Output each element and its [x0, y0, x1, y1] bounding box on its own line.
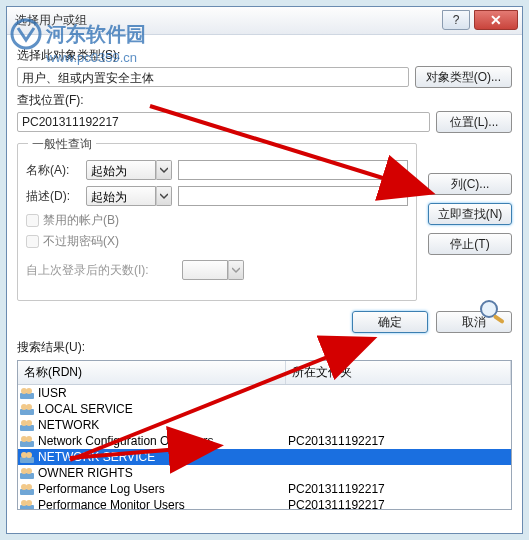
titlebar-buttons: ? ✕	[438, 10, 518, 32]
row-folder: PC201311192217	[286, 498, 511, 510]
svg-rect-1	[493, 314, 505, 324]
col-folder[interactable]: 所在文件夹	[286, 361, 511, 384]
common-query-fieldset: 一般性查询 名称(A): 起始为 描述(D): 起始为 禁用的帐户	[17, 143, 417, 301]
svg-rect-11	[20, 441, 34, 447]
svg-point-19	[26, 468, 32, 474]
fieldset-legend: 一般性查询	[28, 136, 96, 153]
desc-match-combo[interactable]: 起始为	[86, 186, 172, 206]
days-value	[182, 260, 228, 280]
row-name: NETWORK	[18, 418, 286, 432]
close-button[interactable]: ✕	[474, 10, 518, 30]
nonexp-pwd-box[interactable]	[26, 235, 39, 248]
svg-point-0	[481, 301, 497, 317]
svg-point-4	[26, 388, 32, 394]
row-folder: PC201311192217	[286, 482, 511, 496]
stop-button[interactable]: 停止(T)	[428, 233, 512, 255]
table-row[interactable]: OWNER RIGHTS	[18, 465, 511, 481]
row-name: OWNER RIGHTS	[18, 466, 286, 480]
name-match-combo[interactable]: 起始为	[86, 160, 172, 180]
svg-point-7	[26, 404, 32, 410]
listview-header: 名称(RDN) 所在文件夹	[18, 361, 511, 385]
find-now-button[interactable]: 立即查找(N)	[428, 203, 512, 225]
help-icon: ?	[453, 13, 460, 27]
row-folder: PC201311192217	[286, 434, 511, 448]
days-since-logon-label: 自上次登录后的天数(I):	[26, 262, 176, 279]
listview-body[interactable]: IUSRLOCAL SERVICENETWORKNetwork Configur…	[18, 385, 511, 510]
svg-point-22	[26, 484, 32, 490]
dialog-content: 选择此对象类型(S): 用户、组或内置安全主体 对象类型(O)... 查找位置(…	[7, 35, 522, 533]
svg-rect-14	[20, 457, 34, 463]
svg-rect-20	[20, 489, 34, 495]
desc-match-value: 起始为	[86, 186, 156, 206]
chevron-down-icon	[156, 186, 172, 206]
row-name: LOCAL SERVICE	[18, 402, 286, 416]
location-button[interactable]: 位置(L)...	[436, 111, 512, 133]
table-row[interactable]: IUSR	[18, 385, 511, 401]
svg-rect-17	[20, 473, 34, 479]
table-row[interactable]: LOCAL SERVICE	[18, 401, 511, 417]
svg-point-16	[26, 452, 32, 458]
name-match-value: 起始为	[86, 160, 156, 180]
svg-rect-8	[20, 425, 34, 431]
object-type-button[interactable]: 对象类型(O)...	[415, 66, 512, 88]
table-row[interactable]: Performance Log UsersPC201311192217	[18, 481, 511, 497]
row-name: IUSR	[18, 386, 286, 400]
object-type-label: 选择此对象类型(S):	[17, 47, 512, 64]
right-button-column: 列(C)... 立即查找(N) 停止(T)	[428, 173, 512, 325]
days-combo[interactable]	[182, 260, 244, 280]
name-label: 名称(A):	[26, 162, 80, 179]
desc-label: 描述(D):	[26, 188, 80, 205]
table-row[interactable]: NETWORK	[18, 417, 511, 433]
svg-rect-23	[20, 505, 34, 510]
location-value[interactable]: PC201311192217	[17, 112, 430, 132]
row-name: Network Configuration Operators	[18, 434, 286, 448]
row-name: NETWORK SERVICE	[18, 450, 286, 464]
ok-button[interactable]: 确定	[352, 311, 428, 333]
table-row[interactable]: Network Configuration OperatorsPC2013111…	[18, 433, 511, 449]
close-icon: ✕	[490, 12, 502, 28]
table-row[interactable]: NETWORK SERVICE	[18, 449, 511, 465]
columns-button[interactable]: 列(C)...	[428, 173, 512, 195]
nonexp-pwd-label: 不过期密码(X)	[43, 233, 119, 250]
desc-input[interactable]	[178, 186, 408, 206]
object-type-value: 用户、组或内置安全主体	[17, 67, 409, 87]
table-row[interactable]: Performance Monitor UsersPC201311192217	[18, 497, 511, 510]
help-button[interactable]: ?	[442, 10, 470, 30]
svg-point-10	[26, 420, 32, 426]
disabled-accounts-checkbox[interactable]: 禁用的帐户(B)	[26, 212, 408, 229]
row-name: Performance Log Users	[18, 482, 286, 496]
titlebar: 选择用户或组 ? ✕	[7, 7, 522, 35]
chevron-down-icon	[156, 160, 172, 180]
nonexp-pwd-checkbox[interactable]: 不过期密码(X)	[26, 233, 408, 250]
col-name[interactable]: 名称(RDN)	[18, 361, 286, 384]
chevron-down-icon	[228, 260, 244, 280]
results-label: 搜索结果(U):	[17, 339, 512, 356]
row-name: Performance Monitor Users	[18, 498, 286, 510]
name-input[interactable]	[178, 160, 408, 180]
disabled-accounts-label: 禁用的帐户(B)	[43, 212, 119, 229]
svg-point-13	[26, 436, 32, 442]
svg-rect-5	[20, 409, 34, 415]
window-title: 选择用户或组	[15, 12, 438, 29]
results-listview[interactable]: 名称(RDN) 所在文件夹 IUSRLOCAL SERVICENETWORKNe…	[17, 360, 512, 510]
dialog-window: 选择用户或组 ? ✕ 选择此对象类型(S): 用户、组或内置安全主体 对象类型(…	[6, 6, 523, 534]
disabled-accounts-box[interactable]	[26, 214, 39, 227]
svg-rect-2	[20, 393, 34, 399]
svg-point-25	[26, 500, 32, 506]
location-label: 查找位置(F):	[17, 92, 512, 109]
search-icon	[476, 297, 512, 325]
